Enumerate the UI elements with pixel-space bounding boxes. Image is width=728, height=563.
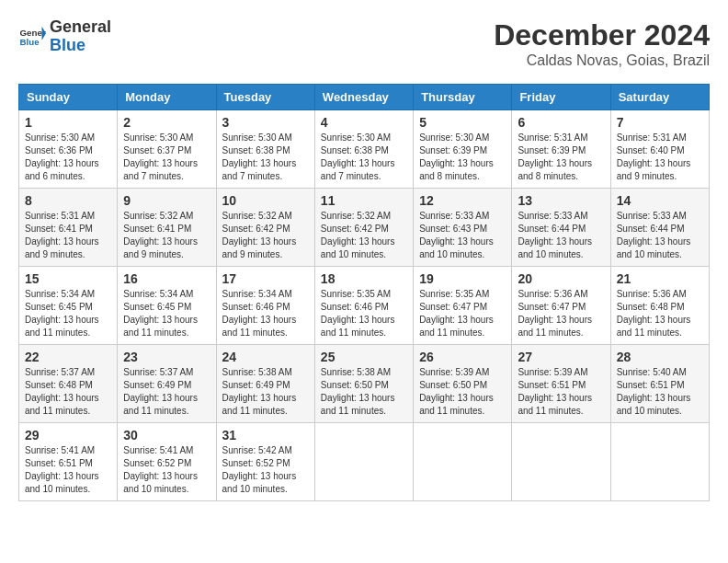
day-info: Sunrise: 5:35 AM Sunset: 6:46 PM Dayligh… bbox=[321, 288, 407, 339]
calendar-cell: 14 Sunrise: 5:33 AM Sunset: 6:44 PM Dayl… bbox=[610, 189, 709, 267]
calendar-cell: 3 Sunrise: 5:30 AM Sunset: 6:38 PM Dayli… bbox=[216, 110, 314, 189]
day-number: 7 bbox=[617, 115, 703, 130]
col-wednesday: Wednesday bbox=[314, 85, 413, 110]
day-info: Sunrise: 5:37 AM Sunset: 6:49 PM Dayligh… bbox=[123, 366, 210, 418]
day-number: 2 bbox=[123, 115, 210, 130]
calendar-cell: 17 Sunrise: 5:34 AM Sunset: 6:46 PM Dayl… bbox=[216, 267, 314, 345]
day-info: Sunrise: 5:32 AM Sunset: 6:42 PM Dayligh… bbox=[222, 210, 309, 261]
calendar-cell: 20 Sunrise: 5:36 AM Sunset: 6:47 PM Dayl… bbox=[512, 267, 610, 345]
calendar-cell: 16 Sunrise: 5:34 AM Sunset: 6:45 PM Dayl… bbox=[118, 267, 216, 345]
logo-icon: General Blue bbox=[18, 23, 46, 51]
col-saturday: Saturday bbox=[610, 85, 709, 110]
day-info: Sunrise: 5:31 AM Sunset: 6:39 PM Dayligh… bbox=[518, 132, 604, 183]
day-info: Sunrise: 5:36 AM Sunset: 6:47 PM Dayligh… bbox=[518, 288, 604, 339]
day-info: Sunrise: 5:41 AM Sunset: 6:52 PM Dayligh… bbox=[123, 444, 210, 496]
col-sunday: Sunday bbox=[19, 85, 118, 110]
day-number: 23 bbox=[123, 350, 210, 364]
calendar-table: Sunday Monday Tuesday Wednesday Thursday… bbox=[18, 84, 710, 501]
calendar-cell: 27 Sunrise: 5:39 AM Sunset: 6:51 PM Dayl… bbox=[512, 345, 610, 423]
calendar-cell: 28 Sunrise: 5:40 AM Sunset: 6:51 PM Dayl… bbox=[610, 345, 709, 423]
calendar-cell: 5 Sunrise: 5:30 AM Sunset: 6:39 PM Dayli… bbox=[414, 110, 512, 189]
col-friday: Friday bbox=[512, 85, 610, 110]
logo-text: General Blue bbox=[50, 18, 111, 55]
calendar-header-row: Sunday Monday Tuesday Wednesday Thursday… bbox=[19, 85, 710, 110]
calendar-cell bbox=[610, 423, 709, 501]
day-number: 30 bbox=[123, 428, 210, 442]
calendar-cell: 15 Sunrise: 5:34 AM Sunset: 6:45 PM Dayl… bbox=[19, 267, 118, 345]
calendar-cell: 7 Sunrise: 5:31 AM Sunset: 6:40 PM Dayli… bbox=[610, 110, 709, 189]
calendar-cell: 25 Sunrise: 5:38 AM Sunset: 6:50 PM Dayl… bbox=[314, 345, 413, 423]
calendar-cell: 19 Sunrise: 5:35 AM Sunset: 6:47 PM Dayl… bbox=[414, 267, 512, 345]
calendar-cell: 10 Sunrise: 5:32 AM Sunset: 6:42 PM Dayl… bbox=[216, 189, 314, 267]
day-number: 1 bbox=[25, 115, 111, 130]
calendar-cell: 31 Sunrise: 5:42 AM Sunset: 6:52 PM Dayl… bbox=[216, 423, 314, 501]
day-number: 18 bbox=[321, 271, 407, 286]
calendar-cell bbox=[512, 423, 610, 501]
day-info: Sunrise: 5:34 AM Sunset: 6:45 PM Dayligh… bbox=[25, 288, 111, 339]
day-info: Sunrise: 5:38 AM Sunset: 6:49 PM Dayligh… bbox=[222, 366, 309, 418]
day-info: Sunrise: 5:30 AM Sunset: 6:36 PM Dayligh… bbox=[25, 132, 111, 183]
day-info: Sunrise: 5:41 AM Sunset: 6:51 PM Dayligh… bbox=[25, 444, 111, 496]
day-info: Sunrise: 5:31 AM Sunset: 6:40 PM Dayligh… bbox=[617, 132, 703, 183]
day-info: Sunrise: 5:38 AM Sunset: 6:50 PM Dayligh… bbox=[321, 366, 407, 418]
day-info: Sunrise: 5:30 AM Sunset: 6:38 PM Dayligh… bbox=[321, 132, 407, 183]
calendar-cell: 13 Sunrise: 5:33 AM Sunset: 6:44 PM Dayl… bbox=[512, 189, 610, 267]
calendar-cell: 30 Sunrise: 5:41 AM Sunset: 6:52 PM Dayl… bbox=[118, 423, 216, 501]
calendar-cell: 8 Sunrise: 5:31 AM Sunset: 6:41 PM Dayli… bbox=[19, 189, 118, 267]
day-number: 6 bbox=[518, 115, 604, 130]
calendar-cell: 26 Sunrise: 5:39 AM Sunset: 6:50 PM Dayl… bbox=[414, 345, 512, 423]
page-header: General Blue General Blue December 2024 … bbox=[18, 18, 710, 69]
day-number: 8 bbox=[25, 193, 111, 208]
calendar-cell: 4 Sunrise: 5:30 AM Sunset: 6:38 PM Dayli… bbox=[314, 110, 413, 189]
day-info: Sunrise: 5:33 AM Sunset: 6:43 PM Dayligh… bbox=[419, 210, 506, 261]
calendar-cell: 2 Sunrise: 5:30 AM Sunset: 6:37 PM Dayli… bbox=[118, 110, 216, 189]
day-number: 9 bbox=[123, 193, 210, 208]
title-block: December 2024 Caldas Novas, Goias, Brazi… bbox=[494, 18, 710, 69]
day-info: Sunrise: 5:42 AM Sunset: 6:52 PM Dayligh… bbox=[222, 444, 309, 496]
day-number: 10 bbox=[222, 193, 309, 208]
day-number: 25 bbox=[321, 350, 407, 364]
calendar-cell: 29 Sunrise: 5:41 AM Sunset: 6:51 PM Dayl… bbox=[19, 423, 118, 501]
day-number: 13 bbox=[518, 193, 604, 208]
day-number: 11 bbox=[321, 193, 407, 208]
svg-text:Blue: Blue bbox=[20, 37, 40, 47]
day-number: 15 bbox=[25, 271, 111, 286]
day-number: 16 bbox=[123, 271, 210, 286]
day-number: 22 bbox=[25, 350, 111, 364]
location-title: Caldas Novas, Goias, Brazil bbox=[494, 52, 710, 69]
day-number: 31 bbox=[222, 428, 309, 442]
calendar-cell: 23 Sunrise: 5:37 AM Sunset: 6:49 PM Dayl… bbox=[118, 345, 216, 423]
month-title: December 2024 bbox=[494, 18, 710, 52]
day-number: 29 bbox=[25, 428, 111, 442]
day-info: Sunrise: 5:34 AM Sunset: 6:45 PM Dayligh… bbox=[123, 288, 210, 339]
calendar-cell: 11 Sunrise: 5:32 AM Sunset: 6:42 PM Dayl… bbox=[314, 189, 413, 267]
day-info: Sunrise: 5:32 AM Sunset: 6:41 PM Dayligh… bbox=[123, 210, 210, 261]
calendar-cell: 6 Sunrise: 5:31 AM Sunset: 6:39 PM Dayli… bbox=[512, 110, 610, 189]
day-number: 27 bbox=[518, 350, 604, 364]
calendar-cell: 22 Sunrise: 5:37 AM Sunset: 6:48 PM Dayl… bbox=[19, 345, 118, 423]
day-number: 19 bbox=[419, 271, 506, 286]
day-number: 24 bbox=[222, 350, 309, 364]
day-number: 26 bbox=[419, 350, 506, 364]
day-number: 20 bbox=[518, 271, 604, 286]
day-info: Sunrise: 5:30 AM Sunset: 6:38 PM Dayligh… bbox=[222, 132, 309, 183]
day-info: Sunrise: 5:35 AM Sunset: 6:47 PM Dayligh… bbox=[419, 288, 506, 339]
col-monday: Monday bbox=[118, 85, 216, 110]
day-number: 14 bbox=[617, 193, 703, 208]
day-info: Sunrise: 5:31 AM Sunset: 6:41 PM Dayligh… bbox=[25, 210, 111, 261]
col-thursday: Thursday bbox=[414, 85, 512, 110]
day-number: 12 bbox=[419, 193, 506, 208]
day-info: Sunrise: 5:30 AM Sunset: 6:37 PM Dayligh… bbox=[123, 132, 210, 183]
day-info: Sunrise: 5:33 AM Sunset: 6:44 PM Dayligh… bbox=[617, 210, 703, 261]
day-info: Sunrise: 5:39 AM Sunset: 6:51 PM Dayligh… bbox=[518, 366, 604, 418]
day-number: 17 bbox=[222, 271, 309, 286]
day-number: 3 bbox=[222, 115, 309, 130]
day-info: Sunrise: 5:36 AM Sunset: 6:48 PM Dayligh… bbox=[617, 288, 703, 339]
calendar-cell: 24 Sunrise: 5:38 AM Sunset: 6:49 PM Dayl… bbox=[216, 345, 314, 423]
day-number: 4 bbox=[321, 115, 407, 130]
day-info: Sunrise: 5:39 AM Sunset: 6:50 PM Dayligh… bbox=[419, 366, 506, 418]
calendar-cell: 21 Sunrise: 5:36 AM Sunset: 6:48 PM Dayl… bbox=[610, 267, 709, 345]
day-info: Sunrise: 5:33 AM Sunset: 6:44 PM Dayligh… bbox=[518, 210, 604, 261]
day-number: 5 bbox=[419, 115, 506, 130]
logo: General Blue General Blue bbox=[18, 18, 111, 55]
